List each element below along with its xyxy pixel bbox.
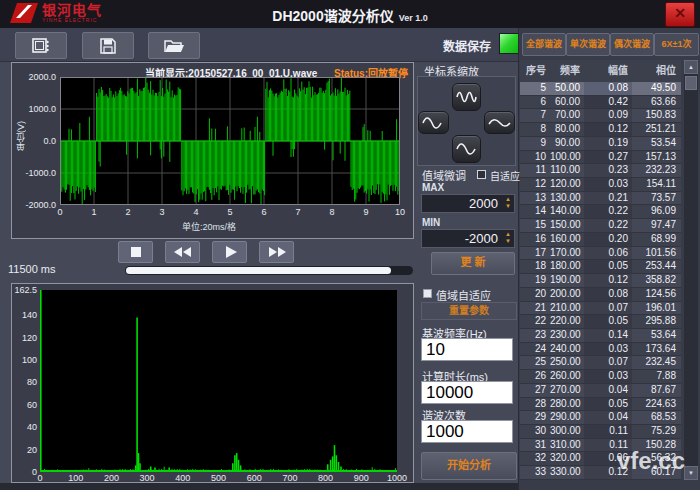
table-cell: 16	[520, 233, 550, 246]
axis-tick-label: 8	[322, 207, 342, 217]
close-button[interactable]: ✕	[665, 2, 695, 27]
table-cell: 0.12	[584, 123, 632, 136]
stop-button[interactable]	[118, 241, 153, 263]
table-cell: 180.00	[550, 260, 584, 273]
table-cell: 0.21	[584, 192, 632, 205]
table-cell: 0.05	[584, 315, 632, 328]
table-row[interactable]: 13130.000.2173.57	[520, 192, 681, 206]
table-row[interactable]: 20200.000.08124.56	[520, 288, 681, 302]
table-row[interactable]: 26260.000.037.88	[520, 370, 681, 384]
table-row[interactable]: 18180.000.05253.44	[520, 260, 681, 274]
device-icon	[30, 37, 52, 55]
column-header-seq[interactable]: 序号	[520, 60, 550, 82]
max-value-spinner[interactable]: 2000 ▲▼	[421, 194, 515, 213]
table-row[interactable]: 15150.000.2297.47	[520, 219, 681, 233]
table-row[interactable]: 22220.000.05295.88	[520, 315, 681, 329]
bottom-strip	[0, 483, 518, 490]
column-header-frequency[interactable]: 频率	[550, 60, 584, 82]
table-row[interactable]: 29290.000.0468.53	[520, 411, 681, 425]
table-scrollbar[interactable]: ▲ ▼	[684, 60, 698, 480]
filter-single-harmonics-button[interactable]: 单次谐波	[566, 33, 610, 56]
rewind-button[interactable]	[165, 241, 200, 263]
table-cell: 21	[520, 302, 550, 315]
axis-tick-label: 400	[170, 473, 196, 483]
min-value-spinner[interactable]: -2000 ▲▼	[421, 229, 515, 248]
axis-tick-label: 140	[12, 310, 37, 320]
harmonic-table-body: 550.000.0849.50660.000.4263.66770.000.09…	[520, 82, 681, 480]
table-cell: 232.45	[632, 356, 680, 369]
table-row[interactable]: 660.000.4263.66	[520, 96, 681, 110]
playback-slider[interactable]	[125, 266, 413, 275]
table-row[interactable]: 17170.000.06101.56	[520, 247, 681, 261]
min-spinner-arrows[interactable]: ▲▼	[505, 231, 511, 245]
waveform-plot	[60, 77, 400, 205]
table-row[interactable]: 10100.000.27157.13	[520, 151, 681, 165]
axis-tick-label: 100	[12, 355, 37, 365]
axis-tick-label: 60	[12, 400, 37, 410]
table-row[interactable]: 880.000.12251.21	[520, 123, 681, 137]
save-button[interactable]	[82, 32, 134, 59]
start-analysis-button[interactable]: 开始分析	[421, 452, 517, 480]
table-cell: 251.21	[632, 123, 680, 136]
filter-even-harmonics-button[interactable]: 偶次谐波	[610, 33, 654, 56]
zoom-right-button[interactable]	[484, 111, 515, 134]
table-cell: 31	[520, 439, 550, 452]
axis-tick-label: 1000.0	[18, 104, 56, 114]
table-row[interactable]: 12120.000.03154.11	[520, 178, 681, 192]
harmonic-count-input[interactable]	[421, 420, 513, 443]
device-button[interactable]	[15, 32, 67, 59]
axis-tick-label: 2000.0	[18, 72, 56, 82]
table-cell: 220.00	[550, 315, 584, 328]
table-row[interactable]: 30300.000.1175.29	[520, 425, 681, 439]
table-row[interactable]: 16160.000.2068.99	[520, 233, 681, 247]
table-cell: 80.00	[550, 123, 584, 136]
table-row[interactable]: 550.000.0849.50	[520, 82, 681, 96]
axis-tick-label: 900	[348, 473, 374, 483]
table-row[interactable]: 770.000.09150.83	[520, 109, 681, 123]
table-row[interactable]: 24240.000.03173.64	[520, 343, 681, 357]
column-header-phase[interactable]: 相位	[632, 60, 680, 82]
table-row[interactable]: 27270.000.0487.67	[520, 384, 681, 398]
table-row[interactable]: 23230.000.1453.64	[520, 329, 681, 343]
calc-duration-input[interactable]	[421, 381, 513, 404]
table-row[interactable]: 28280.000.05224.63	[520, 398, 681, 412]
axis-tick-label: 1	[84, 207, 104, 217]
axis-tick-label: 40	[12, 422, 37, 432]
table-row[interactable]: 21210.000.07196.01	[520, 302, 681, 316]
table-cell: 200.00	[550, 288, 584, 301]
value-auto-range-checkbox[interactable]	[423, 289, 432, 298]
max-label: MAX	[422, 182, 444, 193]
zoom-down-button[interactable]	[452, 135, 481, 163]
window-title: DH2000谐波分析仪Ver 1.0	[0, 5, 700, 25]
table-cell: 90.00	[550, 137, 584, 150]
range-adaptive-checkbox[interactable]	[477, 170, 486, 179]
zoom-left-button[interactable]	[418, 111, 449, 134]
filter-6x1-harmonics-button[interactable]: 6X±1次	[654, 33, 699, 56]
zoom-up-button[interactable]	[452, 83, 481, 111]
table-row[interactable]: 19190.000.12358.82	[520, 274, 681, 288]
fundamental-frequency-input[interactable]	[421, 338, 513, 361]
table-row[interactable]: 11110.000.23232.23	[520, 164, 681, 178]
filter-all-harmonics-button[interactable]: 全部谐波	[522, 33, 566, 56]
rewind-icon	[167, 242, 199, 262]
range-adaptive-label: 自适应	[490, 168, 520, 183]
column-header-amplitude[interactable]: 幅值	[584, 60, 632, 82]
fast-forward-button[interactable]	[259, 241, 294, 263]
open-file-button[interactable]	[148, 32, 200, 59]
scrollbar-up-button[interactable]: ▲	[684, 60, 698, 74]
axis-tick-label: 800	[313, 473, 339, 483]
play-button[interactable]	[212, 241, 247, 263]
scrollbar-thumb[interactable]	[685, 76, 697, 90]
max-spinner-arrows[interactable]: ▲▼	[505, 196, 511, 210]
table-row[interactable]: 25250.000.07232.45	[520, 356, 681, 370]
scrollbar-down-button[interactable]: ▼	[684, 466, 698, 480]
reset-params-button[interactable]: 重置参数	[421, 302, 517, 320]
table-cell: 10	[520, 151, 550, 164]
table-cell: 87.67	[632, 384, 680, 397]
table-cell: 290.00	[550, 411, 584, 424]
table-cell: 295.88	[632, 315, 680, 328]
update-button[interactable]: 更 新	[431, 252, 515, 275]
table-row[interactable]: 14140.000.2296.09	[520, 205, 681, 219]
axis-tick-label: 120	[12, 333, 37, 343]
table-row[interactable]: 990.000.1953.54	[520, 137, 681, 151]
